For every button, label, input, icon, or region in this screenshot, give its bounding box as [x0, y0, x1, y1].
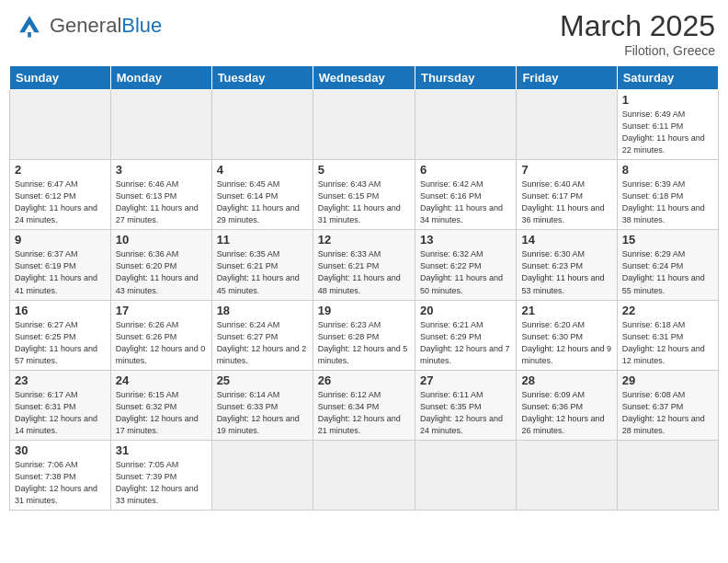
day-info: Sunrise: 7:05 AM Sunset: 7:39 PM Dayligh…: [116, 459, 207, 507]
day-number: 14: [521, 233, 611, 247]
day-info: Sunrise: 6:35 AM Sunset: 6:21 PM Dayligh…: [217, 248, 308, 296]
day-number: 6: [420, 163, 511, 177]
day-number: 17: [116, 304, 207, 317]
day-info: Sunrise: 6:08 AM Sunset: 6:37 PM Dayligh…: [622, 389, 713, 437]
day-number: 29: [622, 373, 713, 387]
calendar-cell: [211, 440, 313, 510]
day-number: 15: [622, 233, 713, 247]
day-info: Sunrise: 6:21 AM Sunset: 6:29 PM Dayligh…: [420, 319, 511, 367]
day-number: 18: [217, 304, 308, 317]
day-header-wednesday: Wednesday: [313, 66, 415, 90]
calendar-cell: 8Sunrise: 6:39 AM Sunset: 6:18 PM Daylig…: [617, 160, 718, 230]
page-header: GeneralBlue March 2025 Filotion, Greece: [9, 9, 719, 58]
day-header-friday: Friday: [517, 66, 617, 90]
day-number: 4: [217, 163, 308, 177]
calendar-cell: 21Sunrise: 6:20 AM Sunset: 6:30 PM Dayli…: [517, 300, 617, 370]
week-row-6: 30Sunrise: 7:06 AM Sunset: 7:38 PM Dayli…: [10, 440, 719, 510]
calendar-cell: 7Sunrise: 6:40 AM Sunset: 6:17 PM Daylig…: [517, 160, 617, 230]
calendar-cell: 23Sunrise: 6:17 AM Sunset: 6:31 PM Dayli…: [10, 370, 111, 440]
week-row-3: 9Sunrise: 6:37 AM Sunset: 6:19 PM Daylig…: [10, 230, 719, 300]
day-info: Sunrise: 6:45 AM Sunset: 6:14 PM Dayligh…: [217, 178, 308, 226]
day-header-tuesday: Tuesday: [211, 66, 313, 90]
calendar-cell: 22Sunrise: 6:18 AM Sunset: 6:31 PM Dayli…: [617, 300, 718, 370]
calendar-cell: 20Sunrise: 6:21 AM Sunset: 6:29 PM Dayli…: [415, 300, 516, 370]
day-number: 3: [116, 163, 207, 177]
day-number: 2: [15, 163, 106, 177]
day-info: Sunrise: 6:15 AM Sunset: 6:32 PM Dayligh…: [116, 389, 207, 437]
day-info: Sunrise: 6:37 AM Sunset: 6:19 PM Dayligh…: [15, 248, 106, 296]
day-header-thursday: Thursday: [415, 66, 516, 90]
day-info: Sunrise: 6:14 AM Sunset: 6:33 PM Dayligh…: [217, 389, 308, 437]
calendar-cell: 14Sunrise: 6:30 AM Sunset: 6:23 PM Dayli…: [517, 230, 617, 300]
day-info: Sunrise: 6:18 AM Sunset: 6:31 PM Dayligh…: [622, 319, 713, 367]
calendar-cell: [211, 90, 313, 160]
day-info: Sunrise: 6:40 AM Sunset: 6:17 PM Dayligh…: [521, 178, 611, 226]
day-number: 25: [217, 373, 308, 387]
calendar-cell: [110, 90, 211, 160]
calendar-cell: [415, 90, 516, 160]
day-info: Sunrise: 6:46 AM Sunset: 6:13 PM Dayligh…: [116, 178, 207, 226]
day-number: 16: [15, 304, 106, 317]
calendar-cell: 6Sunrise: 6:42 AM Sunset: 6:16 PM Daylig…: [415, 160, 516, 230]
calendar-cell: 9Sunrise: 6:37 AM Sunset: 6:19 PM Daylig…: [10, 230, 111, 300]
calendar-cell: [517, 90, 617, 160]
calendar-cell: 2Sunrise: 6:47 AM Sunset: 6:12 PM Daylig…: [10, 160, 111, 230]
day-info: Sunrise: 6:39 AM Sunset: 6:18 PM Dayligh…: [622, 178, 713, 226]
calendar-cell: 1Sunrise: 6:49 AM Sunset: 6:11 PM Daylig…: [617, 90, 718, 160]
calendar-cell: 25Sunrise: 6:14 AM Sunset: 6:33 PM Dayli…: [211, 370, 313, 440]
day-number: 28: [521, 373, 611, 387]
calendar-cell: 24Sunrise: 6:15 AM Sunset: 6:32 PM Dayli…: [110, 370, 211, 440]
day-info: Sunrise: 6:12 AM Sunset: 6:34 PM Dayligh…: [318, 389, 410, 437]
logo-icon: [13, 9, 46, 42]
title-block: March 2025 Filotion, Greece: [560, 9, 715, 58]
day-info: Sunrise: 6:20 AM Sunset: 6:30 PM Dayligh…: [521, 319, 611, 367]
calendar-cell: [617, 440, 718, 510]
calendar-cell: 10Sunrise: 6:36 AM Sunset: 6:20 PM Dayli…: [110, 230, 211, 300]
day-number: 26: [318, 373, 410, 387]
week-row-2: 2Sunrise: 6:47 AM Sunset: 6:12 PM Daylig…: [10, 160, 719, 230]
calendar-cell: [313, 440, 415, 510]
day-number: 27: [420, 373, 511, 387]
month-title: March 2025: [560, 9, 715, 43]
day-info: Sunrise: 6:26 AM Sunset: 6:26 PM Dayligh…: [116, 319, 207, 367]
calendar-cell: [10, 90, 111, 160]
calendar-cell: 11Sunrise: 6:35 AM Sunset: 6:21 PM Dayli…: [211, 230, 313, 300]
day-number: 8: [622, 163, 713, 177]
day-info: Sunrise: 7:06 AM Sunset: 7:38 PM Dayligh…: [15, 459, 106, 507]
calendar-header-row: SundayMondayTuesdayWednesdayThursdayFrid…: [10, 66, 719, 90]
calendar-cell: 28Sunrise: 6:09 AM Sunset: 6:36 PM Dayli…: [517, 370, 617, 440]
week-row-4: 16Sunrise: 6:27 AM Sunset: 6:25 PM Dayli…: [10, 300, 719, 370]
calendar-cell: [415, 440, 516, 510]
day-number: 20: [420, 304, 511, 317]
calendar-cell: 31Sunrise: 7:05 AM Sunset: 7:39 PM Dayli…: [110, 440, 211, 510]
day-number: 23: [15, 373, 106, 387]
day-number: 22: [622, 304, 713, 317]
svg-rect-2: [28, 32, 31, 37]
day-info: Sunrise: 6:29 AM Sunset: 6:24 PM Dayligh…: [622, 248, 713, 296]
day-info: Sunrise: 6:49 AM Sunset: 6:11 PM Dayligh…: [622, 109, 713, 156]
day-header-saturday: Saturday: [617, 66, 718, 90]
calendar: SundayMondayTuesdayWednesdayThursdayFrid…: [9, 65, 719, 511]
logo: GeneralBlue: [13, 9, 162, 42]
day-number: 21: [521, 304, 611, 317]
week-row-5: 23Sunrise: 6:17 AM Sunset: 6:31 PM Dayli…: [10, 370, 719, 440]
calendar-cell: 16Sunrise: 6:27 AM Sunset: 6:25 PM Dayli…: [10, 300, 111, 370]
calendar-cell: 4Sunrise: 6:45 AM Sunset: 6:14 PM Daylig…: [211, 160, 313, 230]
calendar-cell: 3Sunrise: 6:46 AM Sunset: 6:13 PM Daylig…: [110, 160, 211, 230]
day-info: Sunrise: 6:23 AM Sunset: 6:28 PM Dayligh…: [318, 319, 410, 367]
day-info: Sunrise: 6:32 AM Sunset: 6:22 PM Dayligh…: [420, 248, 511, 296]
day-info: Sunrise: 6:11 AM Sunset: 6:35 PM Dayligh…: [420, 389, 511, 437]
day-info: Sunrise: 6:33 AM Sunset: 6:21 PM Dayligh…: [318, 248, 410, 296]
day-info: Sunrise: 6:43 AM Sunset: 6:15 PM Dayligh…: [318, 178, 410, 226]
day-info: Sunrise: 6:42 AM Sunset: 6:16 PM Dayligh…: [420, 178, 511, 226]
location: Filotion, Greece: [560, 43, 715, 58]
day-number: 1: [622, 93, 713, 107]
day-number: 19: [318, 304, 410, 317]
day-info: Sunrise: 6:24 AM Sunset: 6:27 PM Dayligh…: [217, 319, 308, 367]
calendar-cell: 19Sunrise: 6:23 AM Sunset: 6:28 PM Dayli…: [313, 300, 415, 370]
day-number: 11: [217, 233, 308, 247]
calendar-cell: 15Sunrise: 6:29 AM Sunset: 6:24 PM Dayli…: [617, 230, 718, 300]
day-info: Sunrise: 6:36 AM Sunset: 6:20 PM Dayligh…: [116, 248, 207, 296]
day-header-sunday: Sunday: [10, 66, 111, 90]
week-row-1: 1Sunrise: 6:49 AM Sunset: 6:11 PM Daylig…: [10, 90, 719, 160]
